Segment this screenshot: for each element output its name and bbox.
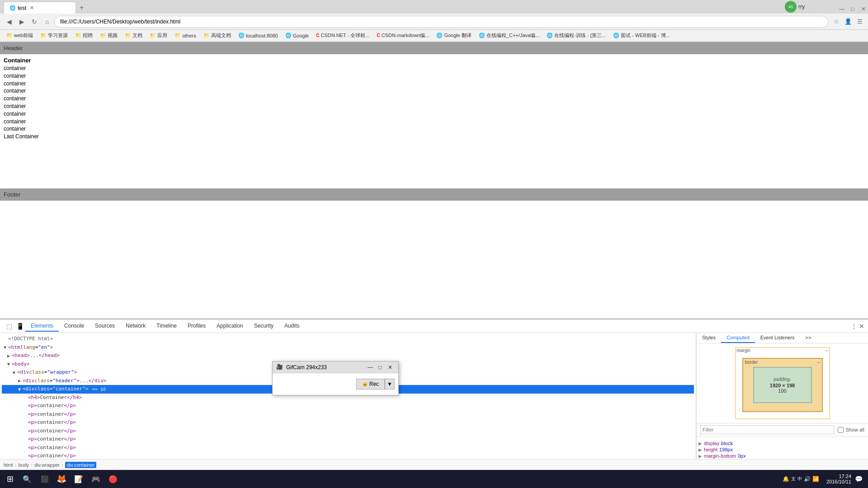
devtools-tab-audits[interactable]: Audits — [279, 321, 305, 332]
bookmark-csdn-md[interactable]: C CSDN-markdown编... — [374, 31, 432, 40]
taskbar-search-btn[interactable]: 🔍 — [19, 471, 35, 487]
bookmark-video[interactable]: 📁 视频 — [97, 31, 120, 40]
gifcam-minimize-btn[interactable]: — — [366, 363, 375, 372]
gifcam-window: 🎥 GifCam 294x233 — □ ✕ 🐱 Rec ▼ — [272, 361, 399, 395]
taskbar-firefox-btn[interactable]: 🦊 — [53, 471, 70, 487]
bookmark-online-train[interactable]: 🌐 在线编程-训练 - [第三... — [544, 31, 609, 40]
maximize-btn[interactable]: □ — [848, 5, 857, 14]
html-line-doctype[interactable]: <!DOCTYPE html> — [2, 335, 694, 343]
globe-icon: 🌐 — [547, 33, 553, 38]
breadcrumb-html[interactable]: html — [4, 462, 13, 468]
styles-tab-more[interactable]: >> — [800, 333, 817, 343]
box-padding-visual: padding- 1920 × 198 100 — [753, 367, 812, 403]
url-input[interactable] — [54, 16, 828, 28]
taskbar-start-btn[interactable]: ⊞ — [2, 471, 18, 487]
editor-icon: 📝 — [74, 475, 83, 483]
styles-tab-event-listeners[interactable]: Event Listeners — [755, 333, 800, 343]
devtools-close-btn[interactable]: ✕ — [859, 323, 864, 330]
bookmark-csdn[interactable]: C CSDN.NET - 全球框... — [313, 31, 372, 40]
bookmark-web[interactable]: 📁 web前端 — [4, 31, 36, 40]
show-all-checkbox[interactable] — [838, 427, 844, 433]
notification-btn[interactable]: 💬 — [855, 475, 863, 483]
devtools-tab-application[interactable]: Application — [211, 321, 249, 332]
taskbar-app2-btn[interactable]: 🔴 — [105, 471, 121, 487]
expand-icon[interactable]: ▶ — [698, 441, 702, 446]
tab-close-btn[interactable]: ✕ — [30, 5, 34, 11]
globe-icon: 🌐 — [238, 33, 245, 38]
bookmarks-bar: 📁 web前端 📁 学习资源 📁 招聘 📁 视频 📁 文档 📁 应用 — [0, 30, 868, 42]
devtools-tab-console[interactable]: Console — [59, 321, 90, 332]
html-line-p7[interactable]: <p>container</p> — [2, 452, 694, 459]
gifcam-close-btn[interactable]: ✕ — [386, 363, 395, 372]
bookmark-online-cpp[interactable]: 🌐 在线编程_C++/Java编... — [476, 31, 542, 40]
bookmark-docs[interactable]: 📁 文档 — [122, 31, 145, 40]
container-item: container — [4, 87, 864, 95]
gifcam-maximize-btn[interactable]: □ — [376, 363, 385, 372]
devtools-more-btn[interactable]: ⋮ — [851, 323, 857, 330]
browser-tab[interactable]: 🌐 test ✕ — [4, 2, 76, 14]
devtools-mobile-btn[interactable]: 📱 — [14, 321, 25, 332]
bookmark-localhost[interactable]: 🌐 localhost:8080 — [236, 32, 281, 39]
forward-btn[interactable]: ▶ — [16, 16, 27, 27]
html-line-head[interactable]: <head>...</head> — [2, 352, 694, 360]
taskbar-editor-btn[interactable]: 📝 — [71, 471, 87, 487]
show-all-label[interactable]: Filter Show all — [838, 427, 864, 433]
breadcrumb-body[interactable]: body — [18, 462, 29, 468]
bookmark-high[interactable]: 📁 高端文档 — [201, 31, 234, 40]
html-line-p4[interactable]: <p>container</p> — [2, 427, 694, 436]
expand-icon[interactable]: ▶ — [698, 454, 702, 459]
gifcam-dropdown-btn[interactable]: ▼ — [385, 379, 395, 389]
bookmark-recruit[interactable]: 📁 招聘 — [72, 31, 95, 40]
html-line-html[interactable]: <html lang="en"> — [2, 343, 694, 352]
taskbar-task-view-btn[interactable]: ⬛ — [36, 471, 52, 487]
user-account-icon[interactable]: 👤 — [844, 17, 853, 26]
html-line-p3[interactable]: <p>container</p> — [2, 418, 694, 427]
bookmark-google[interactable]: 🌐 Google — [283, 32, 311, 39]
taskbar-app1-btn[interactable]: 🎮 — [88, 471, 104, 487]
html-line-p5[interactable]: <p>container</p> — [2, 435, 694, 444]
devtools-tab-elements[interactable]: Elements — [25, 321, 59, 332]
gifcam-rec-btn[interactable]: 🐱 Rec — [356, 379, 385, 389]
volume-icon[interactable]: 🔊 — [804, 476, 811, 482]
globe-icon: 🌐 — [479, 33, 485, 38]
menu-icon[interactable]: ☰ — [855, 17, 864, 26]
breadcrumb-container[interactable]: div.container — [65, 462, 97, 468]
breadcrumb-wrapper[interactable]: div.wrapper — [34, 462, 60, 468]
bookmark-icon[interactable]: ☆ — [832, 17, 841, 26]
bookmark-interview[interactable]: 🌐 面试 - WEB前端 - 博... — [610, 31, 673, 40]
bookmark-others[interactable]: 📁 others — [172, 32, 199, 39]
html-line-p2[interactable]: <p>container</p> — [2, 410, 694, 419]
devtools-toolbar: ⬚ 📱 Elements Console Sources Network Tim… — [0, 319, 868, 333]
user-badge[interactable]: 45 — [785, 1, 797, 13]
tray-icon-1[interactable]: 🔔 — [783, 476, 789, 482]
back-btn[interactable]: ◀ — [4, 16, 14, 27]
bookmark-study[interactable]: 📁 学习资源 — [38, 31, 71, 40]
window-controls: — □ ✕ — [837, 5, 868, 14]
devtools-tab-sources[interactable]: Sources — [90, 321, 120, 332]
styles-tab-styles[interactable]: Styles — [697, 333, 721, 343]
taskbar-clock[interactable]: 17:24 2016/10/11 — [826, 474, 851, 484]
expand-icon[interactable]: ▶ — [698, 447, 702, 452]
html-line-p6[interactable]: <p>container</p> — [2, 444, 694, 452]
devtools-tab-timeline[interactable]: Timeline — [151, 321, 182, 332]
bookmark-google-translate[interactable]: 🌐 Google 翻译 — [434, 31, 474, 40]
filter-input[interactable] — [700, 425, 834, 434]
devtools-inspect-btn[interactable]: ⬚ — [4, 321, 14, 332]
close-btn[interactable]: ✕ — [859, 5, 868, 14]
network-icon[interactable]: 📶 — [812, 476, 819, 482]
tray-icon-2[interactable]: 文 — [791, 476, 796, 482]
minimize-btn[interactable]: — — [837, 5, 846, 14]
devtools-tab-network[interactable]: Network — [120, 321, 151, 332]
devtools-tab-profiles[interactable]: Profiles — [182, 321, 211, 332]
tray-icon-3[interactable]: 中 — [797, 476, 802, 482]
bookmark-apps[interactable]: 📁 应用 — [147, 31, 170, 40]
globe-icon: 🌐 — [285, 33, 292, 38]
home-btn[interactable]: ⌂ — [42, 16, 52, 27]
new-tab-btn[interactable]: + — [76, 2, 87, 14]
devtools-breadcrumb: html › body › div.wrapper › div.containe… — [0, 459, 868, 470]
html-line-p1[interactable]: <p>container</p> — [2, 402, 694, 410]
styles-tab-computed[interactable]: Computed — [721, 333, 755, 343]
html-tree-panel[interactable]: <!DOCTYPE html> <html lang="en"> <head>.… — [0, 333, 696, 459]
reload-btn[interactable]: ↻ — [29, 16, 40, 27]
devtools-tab-security[interactable]: Security — [249, 321, 279, 332]
